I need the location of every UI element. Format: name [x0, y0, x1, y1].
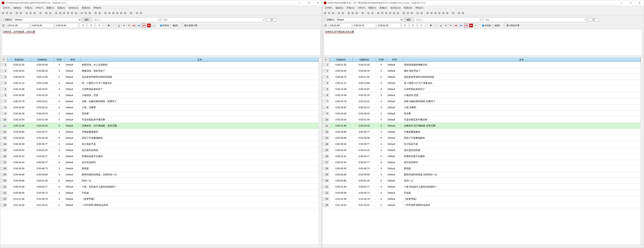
grid-row[interactable]: 21 0:00:51.66 0:00:54.77 4 Default 小莓 你知…: [322, 184, 641, 190]
toolbar-resample-icon[interactable]: [116, 11, 119, 15]
grid-row[interactable]: 24 0:01:14.02 0:01:18.41 2 Default 一声声高呼…: [0, 202, 319, 208]
margin-left-input[interactable]: [79, 23, 86, 28]
primary-color-button[interactable]: AB: [132, 24, 136, 28]
col-end[interactable]: 结束时间: [353, 57, 376, 62]
vertical-scrollbar[interactable]: [319, 57, 322, 244]
menu-item[interactable]: 帮助(H): [414, 6, 425, 10]
menu-item[interactable]: 查看(W): [80, 6, 92, 10]
toolbar-audio-wave-icon[interactable]: [351, 11, 354, 15]
toolbar-shift-times-icon[interactable]: [104, 11, 107, 15]
toolbar-new-icon[interactable]: [323, 11, 327, 15]
horizontal-scrollbar[interactable]: [0, 244, 322, 248]
grid-row[interactable]: 17 0:00:44.34 0:00:45.77 4 Default 也许你说得…: [322, 159, 641, 165]
menu-item[interactable]: 视频(V): [367, 6, 378, 10]
edit-style-button[interactable]: 编辑: [404, 17, 413, 22]
toolbar-shift-end-icon[interactable]: [396, 11, 400, 15]
toolbar-styles-icon[interactable]: [80, 11, 84, 15]
grid-row[interactable]: 8 0:00:26.90 0:00:28.12 4 Default 小莓 没事吧: [322, 104, 641, 110]
menu-item[interactable]: 自动化(U): [389, 6, 402, 10]
duration-input[interactable]: [55, 23, 78, 28]
col-text[interactable]: 文本: [81, 57, 319, 62]
font-button[interactable]: fn: [127, 24, 131, 28]
toolbar-fonts-icon[interactable]: [410, 11, 414, 15]
grid-row[interactable]: 15 0:00:40.30 0:00:42.25 3 Default 这次是特别…: [322, 147, 641, 153]
underline-button[interactable]: U: [439, 24, 443, 28]
style-select[interactable]: Default: [13, 17, 81, 22]
menu-item[interactable]: 字幕(S): [345, 6, 356, 10]
horizontal-scrollbar[interactable]: [322, 244, 644, 248]
grid-row[interactable]: 21 0:00:51.66 0:00:54.77 4 Default 小莓，你知…: [0, 184, 319, 190]
time-mode-radio[interactable]: 时间(I): [482, 24, 491, 27]
toolbar-cycle-tag-icon[interactable]: [461, 11, 465, 15]
margin-right-input[interactable]: [410, 23, 417, 28]
grid-row[interactable]: 18 0:00:45.90 0:00:46.73 3 Default 那倒是: [0, 165, 319, 172]
grid-row[interactable]: 20 0:00:50.86 0:00:51.45 6 Default 特别一点: [322, 178, 641, 184]
grid-row[interactable]: 5 0:00:14.06 0:00:15.97 4 Default 大清早就起来…: [322, 86, 641, 92]
menu-item[interactable]: 查看(W): [402, 6, 414, 10]
toolbar-audio-close-icon[interactable]: [355, 11, 358, 15]
toolbar-shift-end-icon[interactable]: [74, 11, 78, 15]
time-mode-radio[interactable]: 时间(I): [160, 24, 169, 27]
menu-item[interactable]: 计时(T): [34, 6, 44, 10]
grid-row[interactable]: 7 0:00:20.78 0:00:24.01 4 Default 没错 你确实…: [322, 98, 641, 104]
window-titlebar[interactable]: [TVB][Aikatsu!][009][S1][BDRIP][1080P].s…: [0, 0, 322, 6]
grid-row[interactable]: 10 0:00:29.54 0:00:31.49 5 Default 可是你看起…: [0, 117, 319, 123]
grid-row[interactable]: 23 0:01:01.58 0:01:06.78 0 Default 《星梦学园…: [322, 196, 641, 202]
italic-button[interactable]: I: [434, 24, 438, 28]
toolbar-video-close-icon[interactable]: [19, 11, 22, 15]
actor-select[interactable]: 说话人: [92, 17, 160, 22]
toolbar-video-close-icon[interactable]: [341, 11, 345, 15]
strike-button[interactable]: S: [122, 24, 126, 28]
toolbar-spellcheck-icon[interactable]: [129, 11, 133, 15]
grid-row[interactable]: 18 0:00:45.90 0:00:46.73 3 Default 那倒是: [322, 165, 641, 172]
maximize-button[interactable]: ☐: [628, 1, 634, 5]
margin-right-input[interactable]: [88, 23, 95, 28]
show-original-checkbox[interactable]: 显示原始字幕: [504, 24, 520, 27]
toolbar-kanji-timer-icon[interactable]: [123, 11, 127, 15]
grid-row[interactable]: 5 0:00:14.06 0:00:15.97 4 Default 大清早就起来…: [0, 86, 319, 92]
toolbar-automation-icon[interactable]: [416, 11, 420, 15]
end-time-input[interactable]: [353, 23, 376, 28]
start-time-input[interactable]: [328, 23, 352, 28]
comment-checkbox[interactable]: [324, 19, 326, 21]
effect-select[interactable]: 特效: [483, 17, 587, 22]
shadow-color-button[interactable]: AB: [469, 24, 473, 28]
layer-input[interactable]: [588, 18, 599, 21]
toolbar-audio-open-icon[interactable]: [347, 11, 350, 15]
toolbar-spellcheck-icon[interactable]: [451, 11, 455, 15]
minimize-button[interactable]: —: [297, 1, 302, 5]
col-number[interactable]: #: [0, 57, 7, 62]
grid-row[interactable]: 13 0:00:36.90 0:00:38.38 6 Default 我说了不是…: [0, 135, 319, 141]
toolbar-open-icon[interactable]: [5, 11, 9, 15]
toolbar-shift-times-icon[interactable]: [426, 11, 429, 15]
toolbar-settings-icon[interactable]: [135, 11, 139, 15]
grid-row[interactable]: 14 0:00:38.38 0:00:39.77 4 Default 至少现在不…: [0, 141, 319, 147]
toolbar-audio-wave-icon[interactable]: [29, 11, 32, 15]
menu-item[interactable]: 音频(A): [56, 6, 66, 10]
toolbar-styling-assistant-icon[interactable]: [430, 11, 433, 15]
comment-checkbox[interactable]: [2, 19, 4, 21]
font-button[interactable]: fn: [449, 24, 453, 28]
margin-left-input[interactable]: [402, 23, 408, 28]
grid-row[interactable]: 8 0:00:26.90 0:00:28.12 4 Default 小莓，没事吧: [0, 104, 319, 110]
edit-style-button[interactable]: 编辑: [82, 17, 91, 22]
col-text[interactable]: 文本: [403, 57, 641, 62]
toolbar-select-visible-icon[interactable]: [384, 11, 388, 15]
grid-row[interactable]: 4 0:00:11.22 0:00:13.89 4 Default 我、小葵和小…: [0, 80, 319, 86]
grid-row[interactable]: 9 0:00:28.26 0:00:29.33 2 Default 我没事: [322, 110, 641, 117]
bold-button[interactable]: B: [429, 24, 433, 28]
toolbar-snap-end-icon[interactable]: [58, 11, 62, 15]
menu-item[interactable]: 计时(T): [356, 6, 367, 10]
toolbar-ass-override-icon[interactable]: [420, 11, 424, 15]
duration-input[interactable]: [377, 23, 400, 28]
menu-item[interactable]: 编辑(E): [12, 6, 23, 10]
toolbar-save-icon[interactable]: [331, 11, 335, 15]
layer-input[interactable]: [266, 18, 277, 21]
toolbar-audio-open-icon[interactable]: [25, 11, 28, 15]
subtitle-text-input[interactable]: 没事的话，还不继续跑，还有五圈: [2, 29, 320, 56]
toolbar-styles-icon[interactable]: [402, 11, 406, 15]
secondary-color-button[interactable]: AB: [459, 24, 463, 28]
toolbar-jump-icon[interactable]: [361, 11, 364, 15]
style-select[interactable]: Default: [335, 17, 403, 22]
maximize-button[interactable]: ☐: [306, 1, 312, 5]
